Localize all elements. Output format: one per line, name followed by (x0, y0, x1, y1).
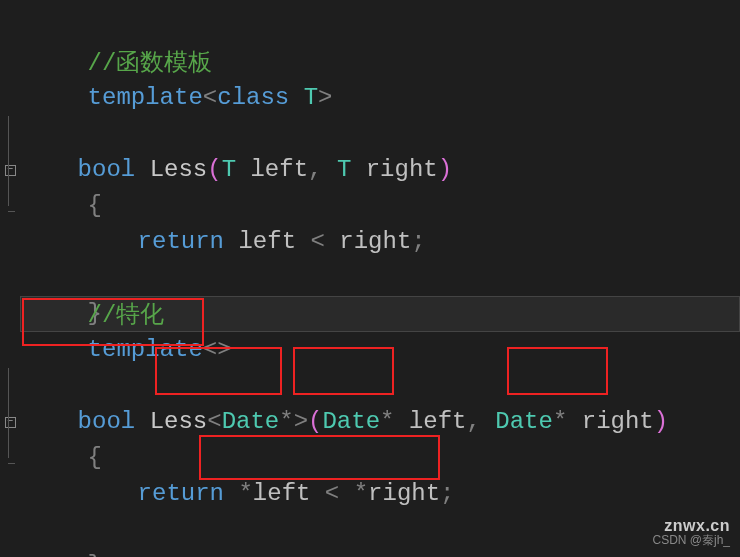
function-name: Less (150, 156, 208, 183)
keyword-bool: bool (78, 408, 150, 435)
deref-star: * (238, 480, 252, 507)
comment-slash: // (88, 50, 117, 77)
identifier: left (253, 480, 325, 507)
fold-minus-icon[interactable]: − (5, 165, 16, 176)
fold-guide (8, 188, 9, 206)
deref-star: * (354, 480, 368, 507)
operator: < (310, 228, 339, 255)
watermark-sub: CSDN @秦jh_ (652, 532, 730, 549)
keyword-template: template (88, 336, 203, 363)
code-line[interactable]: } (20, 188, 740, 224)
comment-text: 函数模板 (116, 48, 212, 75)
fold-guide (8, 116, 9, 152)
type-param: T (222, 156, 251, 183)
code-editor[interactable]: //函数模板 template<class T> − bool Less(T l… (0, 0, 740, 476)
angle-bracket: > (318, 84, 332, 111)
fold-guide (8, 152, 9, 188)
keyword-class: class (217, 84, 303, 111)
comment-text: 特化 (116, 300, 164, 327)
brace: } (88, 552, 102, 557)
operator: < (325, 480, 354, 507)
identifier: right (339, 228, 411, 255)
angle-bracket: < (207, 408, 221, 435)
type-name: Date (495, 408, 553, 435)
type-param: T (304, 84, 318, 111)
identifier: left (238, 228, 310, 255)
fold-gutter[interactable]: − (2, 152, 18, 188)
code-line[interactable]: //函数模板 (20, 8, 740, 44)
paren: ) (654, 408, 668, 435)
fold-minus-icon[interactable]: − (5, 417, 16, 428)
code-line[interactable]: { (20, 368, 740, 404)
fold-guide (8, 368, 9, 404)
type-name: Date (322, 408, 380, 435)
keyword-return: return (138, 228, 239, 255)
pointer-star: * (279, 408, 293, 435)
keyword-template: template (88, 84, 203, 111)
identifier: right (582, 408, 654, 435)
comma: , (467, 408, 496, 435)
identifier: right (368, 480, 440, 507)
comma: , (308, 156, 337, 183)
comment-slash: // (88, 302, 117, 329)
type-param: T (337, 156, 366, 183)
code-line[interactable]: { (20, 116, 740, 152)
paren: ( (207, 156, 221, 183)
brace: { (88, 444, 102, 471)
fold-end (8, 211, 15, 212)
code-line[interactable]: } (20, 440, 740, 476)
semicolon: ; (440, 480, 454, 507)
keyword-return: return (138, 480, 239, 507)
pointer-star: * (380, 408, 409, 435)
identifier: right (366, 156, 438, 183)
function-name: Less (150, 408, 208, 435)
fold-gutter[interactable]: − (2, 404, 18, 440)
angle-bracket: < (203, 336, 217, 363)
pointer-star: * (553, 408, 582, 435)
angle-bracket: > (294, 408, 308, 435)
angle-bracket: > (217, 336, 231, 363)
paren: ) (438, 156, 452, 183)
identifier: left (409, 408, 467, 435)
fold-end (8, 463, 15, 464)
code-line[interactable]: //特化 (20, 260, 740, 296)
keyword-bool: bool (78, 156, 150, 183)
fold-guide (8, 404, 9, 440)
semicolon: ; (411, 228, 425, 255)
angle-bracket: < (203, 84, 217, 111)
type-name: Date (222, 408, 280, 435)
brace: { (88, 192, 102, 219)
fold-guide (8, 440, 9, 458)
identifier: left (250, 156, 308, 183)
paren: ( (308, 408, 322, 435)
